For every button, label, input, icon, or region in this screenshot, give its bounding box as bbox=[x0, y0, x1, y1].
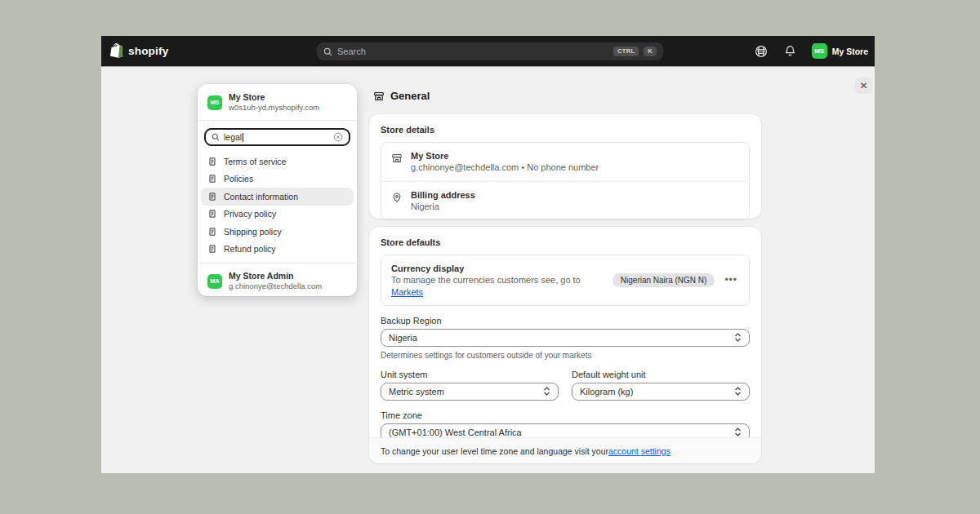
result-label: Shipping policy bbox=[224, 227, 282, 237]
currency-value-badge: Nigerian Naira (NGN N) bbox=[612, 273, 715, 287]
currency-more-actions-button[interactable]: ••• bbox=[723, 273, 739, 286]
avatar: MS bbox=[207, 95, 222, 110]
shopify-admin-window: shopify Search CTRL K bbox=[101, 36, 875, 473]
switcher-store-name: My Store bbox=[229, 92, 319, 103]
account-menu[interactable]: MS My Store bbox=[812, 43, 868, 59]
global-search-placeholder: Search bbox=[337, 47, 608, 56]
result-label: Contact information bbox=[224, 192, 298, 202]
backup-region-value: Nigeria bbox=[389, 333, 417, 343]
topbar-store-name: My Store bbox=[832, 47, 868, 56]
result-label: Terms of service bbox=[224, 157, 286, 166]
switcher-store-domain: w0s1uh-yd.myshopify.com bbox=[229, 103, 319, 113]
backup-region-help: Determines settings for customers outsid… bbox=[381, 351, 750, 360]
markets-link[interactable]: Markets bbox=[391, 287, 423, 297]
page-title: General bbox=[390, 90, 430, 102]
topbar-right: MS My Store bbox=[753, 36, 868, 66]
currency-display-title: Currency display bbox=[391, 263, 604, 274]
close-settings-button[interactable]: ✕ bbox=[855, 77, 872, 94]
notifications-bell-icon[interactable] bbox=[782, 43, 799, 60]
card-footer: To change your user level time zone and … bbox=[369, 437, 761, 463]
admin-name: My Store Admin bbox=[229, 271, 322, 281]
store-profile-contact: g.chinonye@techdella.com • No phone numb… bbox=[411, 162, 599, 173]
clear-search-icon[interactable] bbox=[333, 132, 343, 142]
unit-system-select[interactable]: Metric system bbox=[381, 383, 559, 401]
store-profile-row[interactable]: My Store g.chinonye@techdella.com • No p… bbox=[381, 143, 749, 181]
storefront-icon bbox=[373, 91, 385, 102]
topbar: shopify Search CTRL K bbox=[101, 36, 875, 66]
weight-unit-label: Default weight unit bbox=[572, 370, 750, 379]
location-pin-icon bbox=[391, 192, 403, 203]
select-updown-icon bbox=[734, 386, 742, 397]
weight-unit-select[interactable]: Kilogram (kg) bbox=[572, 383, 750, 401]
result-privacy-policy[interactable]: Privacy policy bbox=[201, 206, 354, 224]
avatar: MS bbox=[812, 43, 827, 59]
unit-system-value: Metric system bbox=[389, 387, 444, 397]
result-label: Privacy policy bbox=[224, 209, 276, 219]
page-header: General bbox=[373, 90, 430, 102]
legal-document-icon bbox=[207, 157, 217, 166]
store-switcher-popover: MS My Store w0s1uh-yd.myshopify.com lega… bbox=[198, 84, 357, 296]
account-settings-link[interactable]: account settings bbox=[608, 446, 670, 456]
result-refund-policy[interactable]: Refund policy bbox=[201, 241, 354, 259]
shopify-logo[interactable]: shopify bbox=[101, 43, 168, 59]
shopify-logo-text: shopify bbox=[128, 45, 168, 57]
storefront-icon bbox=[391, 153, 403, 164]
unit-system-label: Unit system bbox=[381, 370, 559, 379]
legal-document-icon bbox=[207, 174, 217, 184]
backup-region-label: Backup Region bbox=[381, 316, 750, 326]
search-icon bbox=[323, 47, 332, 56]
currency-desc-text: To manage the currencies customers see, … bbox=[391, 275, 581, 285]
legal-document-icon bbox=[207, 244, 217, 254]
result-shipping-policy[interactable]: Shipping policy bbox=[201, 223, 354, 241]
footer-text: To change your user level time zone and … bbox=[381, 446, 608, 456]
time-zone-label: Time zone bbox=[381, 410, 750, 420]
store-search-input[interactable]: legal bbox=[204, 128, 350, 146]
legal-document-icon bbox=[207, 209, 217, 219]
legal-document-icon bbox=[207, 192, 217, 202]
store-details-box: My Store g.chinonye@techdella.com • No p… bbox=[381, 142, 750, 220]
result-contact-information[interactable]: Contact information bbox=[201, 188, 354, 206]
store-profile-name: My Store bbox=[411, 150, 599, 162]
legal-document-icon bbox=[207, 227, 217, 237]
weight-unit-value: Kilogram (kg) bbox=[580, 387, 633, 397]
store-details-title: Store details bbox=[381, 125, 750, 135]
currency-display-box: Currency display To manage the currencie… bbox=[381, 255, 750, 306]
time-zone-value: (GMT+01:00) West Central Africa bbox=[389, 428, 522, 437]
store-switcher-header[interactable]: MS My Store w0s1uh-yd.myshopify.com bbox=[198, 84, 357, 121]
global-search-input[interactable]: Search CTRL K bbox=[317, 42, 663, 60]
billing-address-title: Billing address bbox=[411, 189, 475, 201]
search-results-list: Terms of service Policies Contact inform… bbox=[198, 151, 357, 263]
currency-display-description: To manage the currencies customers see, … bbox=[391, 274, 604, 298]
search-icon bbox=[212, 133, 220, 141]
result-terms-of-service[interactable]: Terms of service bbox=[201, 153, 354, 171]
store-details-card: Store details My Store g.chinonye@techde… bbox=[369, 114, 761, 219]
admin-email: g.chinonye@techdella.com bbox=[229, 281, 322, 291]
view-store-button[interactable] bbox=[753, 43, 769, 60]
avatar: MA bbox=[207, 274, 222, 289]
store-defaults-title: Store defaults bbox=[381, 237, 750, 247]
billing-address-value: Nigeria bbox=[411, 201, 475, 212]
select-updown-icon bbox=[734, 332, 742, 343]
search-input-value: legal bbox=[224, 132, 242, 142]
result-policies[interactable]: Policies bbox=[201, 171, 354, 188]
text-cursor bbox=[243, 133, 243, 142]
shortcut-k-key: K bbox=[644, 47, 657, 57]
shortcut-ctrl-key: CTRL bbox=[613, 47, 639, 57]
backup-region-select[interactable]: Nigeria bbox=[381, 329, 750, 347]
admin-account-row[interactable]: MA My Store Admin g.chinonye@techdella.c… bbox=[198, 263, 357, 299]
result-label: Policies bbox=[224, 174, 253, 184]
shopify-bag-icon bbox=[110, 43, 124, 59]
result-label: Refund policy bbox=[224, 244, 276, 254]
billing-address-row[interactable]: Billing address Nigeria bbox=[381, 181, 749, 220]
select-updown-icon bbox=[543, 386, 550, 397]
select-updown-icon bbox=[734, 427, 742, 437]
store-defaults-card: Store defaults Currency display To manag… bbox=[369, 227, 761, 463]
